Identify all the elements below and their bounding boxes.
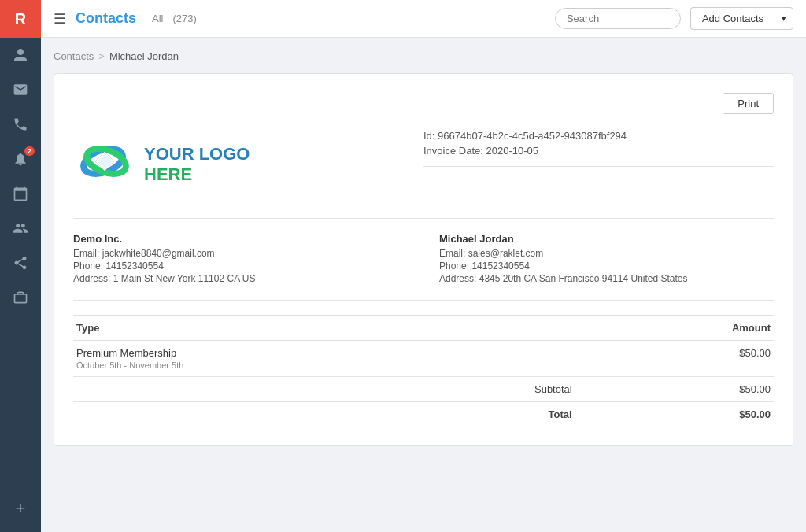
subtotal-row: Subtotal $50.00: [73, 377, 774, 402]
print-button[interactable]: Print: [723, 93, 774, 114]
notification-badge: 2: [24, 146, 35, 156]
contact-count: (273): [172, 13, 196, 24]
sidebar-add-button[interactable]: +: [0, 491, 41, 526]
col-amount: Amount: [575, 316, 774, 341]
search-input[interactable]: [555, 8, 681, 29]
logo-area: YOUR LOGO HERE: [73, 130, 423, 199]
parties-row: Demo Inc. Email: jackwhite8840@gmail.com…: [73, 233, 774, 286]
sidebar-item-people[interactable]: [0, 38, 41, 72]
app-logo: R: [0, 0, 41, 38]
invoice-card: Print: [54, 73, 793, 446]
all-label: All: [152, 13, 163, 24]
invoice-date-line: Invoice Date: 2020-10-05: [423, 145, 774, 157]
breadcrumb-current: Michael Jordan: [109, 50, 179, 62]
item-amount: $50.00: [575, 341, 774, 377]
sender-address: Address: 1 Main St New York 11102 CA US: [73, 273, 408, 284]
logo-text-your: YOUR LOGO: [144, 144, 250, 164]
total-label: Total: [73, 402, 575, 427]
add-contacts-group: Add Contacts ▾: [690, 7, 793, 30]
breadcrumb: Contacts > Michael Jordan: [54, 50, 793, 62]
sidebar-item-share[interactable]: [0, 246, 41, 280]
breadcrumb-parent: Contacts: [54, 50, 94, 62]
table-body: Premium Membership October 5th - Novembe…: [73, 341, 774, 427]
sidebar-item-briefcase[interactable]: [0, 280, 41, 315]
receiver-name: Michael Jordan: [439, 233, 774, 245]
subtotal-label: Subtotal: [73, 377, 575, 402]
invoice-id-line: Id: 96674b07-4b2c-4c5d-a452-943087fbf294: [423, 130, 774, 142]
sender-phone: Phone: 14152340554: [73, 260, 408, 272]
parties-divider: [73, 300, 774, 301]
breadcrumb-separator: >: [98, 50, 105, 62]
invoice-header: YOUR LOGO HERE Id: 96674b07-4b2c-4c5d-a4…: [73, 130, 774, 199]
sender-email: Email: jackwhite8840@gmail.com: [73, 248, 408, 259]
sender-block: Demo Inc. Email: jackwhite8840@gmail.com…: [73, 233, 408, 286]
sidebar: R 2 +: [0, 0, 41, 532]
col-type: Type: [73, 316, 575, 341]
add-contacts-button[interactable]: Add Contacts: [690, 7, 775, 30]
print-row: Print: [73, 93, 774, 114]
sidebar-item-members[interactable]: [0, 211, 41, 246]
sidebar-item-calls[interactable]: [0, 107, 41, 142]
receiver-block: Michael Jordan Email: sales@raklet.com P…: [439, 233, 774, 286]
invoice-table: Type Amount Premium Membership October 5…: [73, 315, 774, 427]
table-header: Type Amount: [73, 316, 774, 341]
page-title: Contacts: [76, 10, 136, 27]
sidebar-item-mail[interactable]: [0, 72, 41, 107]
table-row: Premium Membership October 5th - Novembe…: [73, 341, 774, 377]
sender-name: Demo Inc.: [73, 233, 408, 245]
sidebar-item-notifications[interactable]: 2: [0, 142, 41, 176]
invoice-id-area: Id: 96674b07-4b2c-4c5d-a452-943087fbf294…: [423, 130, 774, 167]
receiver-phone: Phone: 14152340554: [439, 260, 774, 272]
total-value: $50.00: [575, 402, 774, 427]
menu-icon[interactable]: ☰: [54, 10, 66, 28]
header-divider: [73, 218, 774, 219]
sidebar-item-calendar[interactable]: [0, 176, 41, 211]
receiver-email: Email: sales@raklet.com: [439, 248, 774, 259]
add-contacts-dropdown[interactable]: ▾: [775, 7, 793, 30]
logo-text-here: HERE: [144, 164, 250, 185]
company-logo-image: [73, 130, 136, 193]
subtotal-value: $50.00: [575, 377, 774, 402]
main-area: ☰ Contacts All (273) Add Contacts ▾ Cont…: [41, 0, 806, 532]
item-date: October 5th - November 5th: [76, 360, 572, 370]
table-header-row: Type Amount: [73, 316, 774, 341]
topbar: ☰ Contacts All (273) Add Contacts ▾: [41, 0, 806, 38]
receiver-address: Address: 4345 20th CA San Francisco 9411…: [439, 273, 774, 284]
content-area: Contacts > Michael Jordan Print: [41, 38, 806, 532]
item-name: Premium Membership: [76, 347, 572, 359]
logo-wrapper: YOUR LOGO HERE: [73, 130, 423, 199]
item-type-cell: Premium Membership October 5th - Novembe…: [73, 341, 575, 377]
total-row: Total $50.00: [73, 402, 774, 427]
